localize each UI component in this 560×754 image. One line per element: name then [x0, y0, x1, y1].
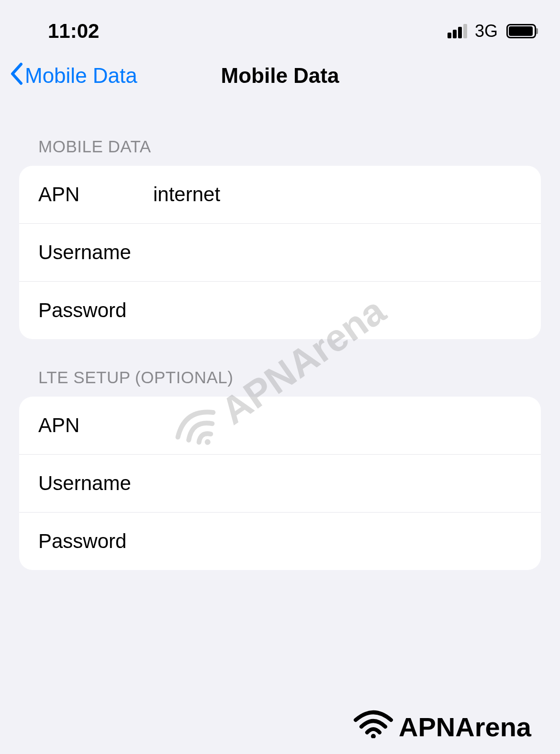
lte-password-input[interactable]	[153, 530, 522, 553]
section-group-lte: APN Username Password	[19, 397, 541, 570]
password-row[interactable]: Password	[19, 282, 541, 339]
back-button[interactable]: Mobile Data	[10, 62, 137, 89]
svg-point-1	[371, 734, 376, 738]
password-input[interactable]	[153, 299, 522, 322]
section-group-mobile-data: APN Username Password	[19, 166, 541, 339]
username-label: Username	[38, 241, 153, 264]
lte-username-label: Username	[38, 472, 153, 495]
status-time: 11:02	[48, 20, 99, 43]
apn-label: APN	[38, 183, 153, 206]
lte-password-row[interactable]: Password	[19, 513, 541, 570]
apn-input[interactable]	[153, 183, 522, 206]
password-label: Password	[38, 299, 153, 322]
wifi-icon	[352, 709, 395, 744]
page-title: Mobile Data	[221, 64, 339, 88]
apn-row[interactable]: APN	[19, 166, 541, 224]
section-header-mobile-data: MOBILE DATA	[38, 137, 522, 156]
footer-brand: APNArena	[352, 709, 531, 744]
username-input[interactable]	[153, 241, 522, 264]
back-label: Mobile Data	[25, 64, 137, 88]
lte-username-input[interactable]	[153, 472, 522, 495]
section-header-lte: LTE SETUP (OPTIONAL)	[38, 368, 522, 387]
username-row[interactable]: Username	[19, 224, 541, 282]
chevron-left-icon	[10, 62, 23, 89]
lte-apn-input[interactable]	[153, 414, 522, 437]
footer-brand-text: APNArena	[399, 711, 531, 743]
signal-strength-icon	[448, 24, 467, 38]
lte-password-label: Password	[38, 530, 153, 553]
lte-apn-label: APN	[38, 414, 153, 437]
lte-apn-row[interactable]: APN	[19, 397, 541, 455]
network-type: 3G	[475, 21, 498, 41]
status-right: 3G	[448, 21, 536, 41]
battery-icon	[506, 24, 536, 38]
status-bar: 11:02 3G	[0, 0, 560, 53]
lte-username-row[interactable]: Username	[19, 455, 541, 513]
nav-bar: Mobile Data Mobile Data	[0, 53, 560, 108]
